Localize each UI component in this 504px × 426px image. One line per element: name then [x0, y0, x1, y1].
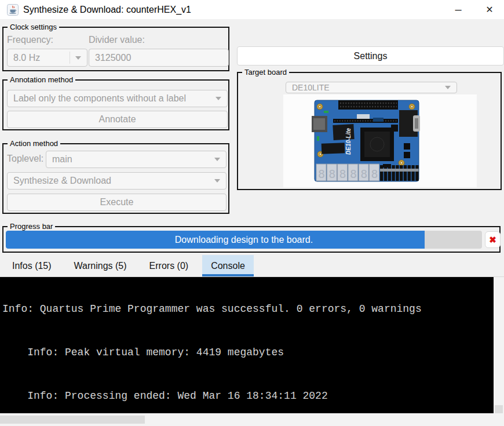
close-button[interactable]: ✕ [479, 0, 501, 19]
chevron-down-icon [214, 179, 220, 183]
execute-button[interactable]: Execute [7, 194, 227, 211]
progress-bar-title: Progress bar [8, 222, 55, 231]
annotation-method-group: Annotation method Label only the compone… [2, 79, 229, 130]
target-board-group: Target board DE10LITE [237, 72, 502, 190]
console-vertical-scrollbar[interactable] [494, 277, 504, 413]
console-line: Info: Quartus Prime Programmer was succe… [2, 302, 494, 316]
tab-errors[interactable]: Errors (0) [141, 255, 198, 276]
progress-bar: Downloading design to the board. [6, 231, 482, 249]
frequency-select[interactable]: 8.0 Hz [7, 49, 87, 67]
console-line: Info: Processing ended: Wed Mar 16 18:34… [2, 389, 494, 403]
svg-text:8: 8 [339, 167, 346, 181]
chevron-down-icon [216, 97, 221, 100]
tab-infos[interactable]: Infos (15) [3, 255, 60, 276]
divider-value-input[interactable]: 3125000 [89, 49, 229, 67]
minimize-button[interactable]: – [447, 0, 469, 19]
divider-label: Divider value: [89, 35, 145, 45]
settings-button[interactable]: Settings [237, 46, 504, 65]
svg-text:8: 8 [328, 167, 335, 181]
log-tabbar: Infos (15) Warnings (5) Errors (0) Conso… [0, 255, 504, 277]
svg-text:8: 8 [371, 167, 378, 181]
vertical-scrollbar-thumb[interactable] [495, 405, 503, 413]
board-select[interactable]: DE10LITE [286, 82, 457, 93]
cancel-x-icon: ✖ [489, 235, 496, 245]
console-horizontal-scrollbar[interactable] [0, 413, 504, 426]
action-method-title: Action method [8, 139, 60, 148]
progress-status-text: Downloading design to the board. [6, 231, 482, 249]
clock-settings-title: Clock settings [8, 23, 59, 31]
action-select[interactable]: Synthesize & Download [7, 172, 227, 190]
target-board-title: Target board [242, 68, 289, 77]
annotate-button[interactable]: Annotate [7, 111, 228, 128]
annotation-method-select[interactable]: Label only the components without a labe… [7, 90, 228, 107]
console-line: Info: Peak virtual memory: 4419 megabyte… [2, 345, 494, 360]
clock-settings-group: Clock settings Frequency: Divider value:… [2, 27, 229, 71]
chevron-down-icon [75, 56, 81, 60]
app-window: Synthesize & Download: counterHEX_v1 – ✕… [0, 0, 504, 426]
svg-text:8: 8 [360, 167, 367, 181]
window-title: Synthesize & Download: counterHEX_v1 [23, 0, 191, 19]
tab-console[interactable]: Console [202, 255, 254, 276]
board-image: DE10-Lite 888 888 [283, 94, 477, 187]
java-icon [7, 4, 19, 16]
svg-text:8: 8 [318, 167, 325, 181]
annotation-method-title: Annotation method [8, 75, 75, 84]
toplevel-label: Toplevel: [7, 154, 43, 164]
console-output: Info: Quartus Prime Programmer was succe… [0, 277, 494, 413]
action-method-group: Action method Toplevel: main Synthesize … [2, 143, 229, 214]
chevron-down-icon [214, 158, 220, 161]
horizontal-scrollbar-thumb[interactable] [0, 416, 145, 424]
tab-warnings[interactable]: Warnings (5) [65, 255, 136, 276]
progress-bar-group: Progress bar Downloading design to the b… [2, 226, 501, 253]
toplevel-select[interactable]: main [46, 151, 227, 168]
svg-text:8: 8 [350, 167, 357, 181]
chevron-down-icon [445, 86, 451, 89]
title-bar: Synthesize & Download: counterHEX_v1 – ✕ [0, 0, 504, 19]
frequency-label: Frequency: [7, 35, 53, 45]
cancel-button[interactable]: ✖ [485, 231, 501, 248]
board-silkscreen-text: DE10-Lite [345, 128, 352, 155]
